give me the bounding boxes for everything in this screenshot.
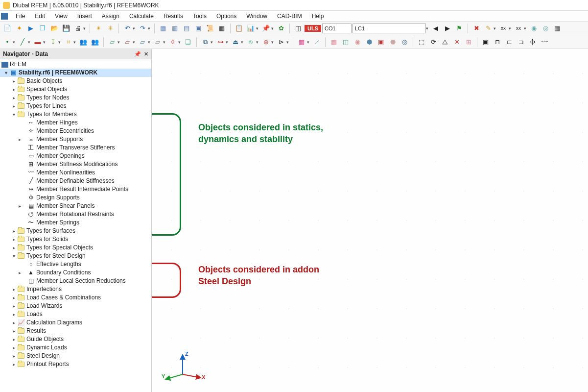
mirror-icon[interactable]: ⧋ [440, 37, 450, 48]
dropdown-icon[interactable]: ▾ [307, 40, 309, 45]
chevron-right-icon[interactable]: ▸ [11, 310, 17, 318]
dropdown-icon[interactable]: ▾ [73, 40, 76, 45]
surf1-icon[interactable]: ▱ [107, 37, 118, 48]
chevron-right-icon[interactable]: ▸ [11, 85, 17, 94]
calc-icon[interactable]: ✴ [93, 23, 104, 34]
menu-results[interactable]: Results [159, 11, 188, 21]
chevron-right-icon[interactable]: ▸ [11, 77, 17, 85]
tree-item[interactable]: ⲪDesign Supports [0, 194, 151, 202]
dropdown-icon[interactable]: ▾ [178, 40, 181, 45]
prev-icon[interactable]: ◀ [430, 23, 441, 34]
b1-icon[interactable]: ▦ [329, 37, 339, 48]
tree-folder[interactable]: ▸Types for Special Objects [0, 244, 151, 252]
dim-icon[interactable]: ◫ [293, 23, 304, 34]
tree-folder[interactable]: ▸Types for Surfaces [0, 227, 151, 235]
delete-icon[interactable]: ✖ [471, 23, 482, 34]
tree-folder[interactable]: ▸Printout Reports [0, 360, 151, 368]
tree-folder[interactable]: ▸Types for Nodes [0, 94, 151, 102]
undo-icon[interactable]: ↶ [122, 23, 133, 34]
tree-item[interactable]: ╱Member Definable Stiffnesses [0, 177, 151, 185]
rotate-icon[interactable]: ⟳ [428, 37, 439, 48]
chevron-right-icon[interactable]: ▸ [11, 102, 17, 110]
v2-icon[interactable]: ⊓ [492, 37, 503, 48]
dropdown-icon[interactable]: ▾ [271, 26, 274, 31]
menu-view[interactable]: View [50, 11, 72, 21]
new-model-icon[interactable]: ✦ [14, 23, 24, 34]
dropdown-icon[interactable]: ▾ [83, 26, 86, 31]
v4-icon[interactable]: ⊐ [516, 37, 526, 48]
menu-file[interactable]: File [11, 11, 30, 21]
b4-icon[interactable]: ⬢ [364, 37, 375, 48]
close-icon[interactable]: ✕ [144, 51, 148, 57]
dropdown-icon[interactable]: ▾ [13, 40, 15, 45]
tree-folder[interactable]: ▸Results [0, 327, 151, 335]
dropdown-icon[interactable]: ▾ [118, 40, 120, 45]
load-combo-1[interactable]: CO1 [322, 24, 352, 33]
table1-icon[interactable]: ▦ [158, 23, 168, 34]
tree-folder[interactable]: ▸Types for Lines [0, 102, 151, 110]
chevron-right-icon[interactable]: ▸ [11, 335, 17, 343]
chevron-down-icon[interactable]: ▾ [3, 69, 9, 77]
tree-folder[interactable]: ▸Load Wizards [0, 302, 151, 310]
table4-icon[interactable]: ▣ [193, 23, 204, 34]
tree-folder[interactable]: ▸Types for Solids [0, 235, 151, 244]
member-icon[interactable]: ▬ [32, 37, 43, 48]
dropdown-icon[interactable]: ▾ [256, 40, 259, 45]
new-file-icon[interactable]: 📄 [2, 23, 13, 34]
xx-icon[interactable]: xx [498, 23, 509, 34]
tree-item[interactable]: ↔Member Hinges [0, 119, 151, 127]
tree-folder[interactable]: ▸Dynamic Loads [0, 343, 151, 352]
chevron-right-icon[interactable]: ▸ [11, 285, 17, 294]
tree-item[interactable]: ▸▲Boundary Conditions [0, 269, 151, 277]
dropdown-icon[interactable]: ▾ [271, 40, 274, 45]
tree-item[interactable]: ⭯Member Rotational Restraints [0, 210, 151, 219]
connect-icon[interactable]: ⊳ [276, 37, 286, 48]
tree-folder[interactable]: ▸Special Objects [0, 85, 151, 94]
tree-item[interactable]: ⊞Member Stiffness Modifications [0, 160, 151, 169]
solid-icon[interactable]: ◊ [167, 37, 178, 48]
dropdown-icon[interactable]: ▾ [509, 26, 511, 31]
dropdown-icon[interactable]: ▾ [43, 40, 46, 45]
support-icon[interactable]: ⏏ [230, 37, 241, 48]
chevron-down-icon[interactable]: ▾ [11, 252, 17, 260]
dropdown-icon[interactable]: ▾ [211, 40, 213, 45]
node-icon[interactable]: • [2, 37, 13, 48]
dropdown-icon[interactable]: ▾ [286, 40, 289, 45]
mesh-icon[interactable]: ⌗ [63, 37, 73, 48]
tree-folder[interactable]: ▸Basic Objects [0, 77, 151, 85]
matrix-icon[interactable]: ▦ [216, 23, 227, 34]
flag-icon[interactable]: ⚑ [454, 23, 465, 34]
open-icon[interactable]: ▶ [25, 23, 36, 34]
v3-icon[interactable]: ⊏ [504, 37, 515, 48]
chevron-right-icon[interactable]: ▸ [17, 269, 23, 277]
table2-icon[interactable]: ▥ [169, 23, 180, 34]
surf2-icon[interactable]: ▱ [122, 37, 133, 48]
menu-window[interactable]: Window [241, 11, 272, 21]
b5-icon[interactable]: ▣ [376, 37, 386, 48]
chevron-right-icon[interactable]: ▸ [11, 360, 17, 368]
table3-icon[interactable]: ▤ [181, 23, 192, 34]
tree-folder[interactable]: ▸Load Cases & Combinations [0, 294, 151, 302]
menu-calculate[interactable]: Calculate [124, 11, 159, 21]
dropdown-icon[interactable]: ▾ [148, 26, 150, 31]
dropdown-icon[interactable]: ▾ [148, 40, 150, 45]
grid-icon[interactable]: ▦ [296, 37, 307, 48]
tree-item[interactable]: ▭Member Openings [0, 152, 151, 160]
v6-icon[interactable]: 〰 [539, 37, 550, 48]
calc2-icon[interactable]: ✳ [105, 23, 116, 34]
tree-item[interactable]: 〰Member Nonlinearities [0, 169, 151, 177]
dropdown-icon[interactable]: ▾ [28, 40, 30, 45]
v5-icon[interactable]: Ⲫ [527, 37, 538, 48]
cross-icon[interactable]: ✕ [451, 37, 462, 48]
dropdown-icon[interactable]: ▾ [256, 26, 259, 31]
b3-icon[interactable]: ◉ [352, 37, 363, 48]
people2-icon[interactable]: 👥 [90, 37, 100, 48]
copy-icon[interactable]: ⧉ [200, 37, 211, 48]
tree-folder[interactable]: ▸Loads [0, 310, 151, 318]
dropdown-icon[interactable]: ▾ [163, 40, 165, 45]
tree-folder-members[interactable]: ▾ Types for Members [0, 110, 151, 119]
tree-folder[interactable]: ▸Imperfections [0, 285, 151, 294]
b6-icon[interactable]: ⬣ [387, 37, 398, 48]
chevron-down-icon[interactable]: ▾ [11, 110, 17, 119]
menu-options[interactable]: Options [212, 11, 241, 21]
